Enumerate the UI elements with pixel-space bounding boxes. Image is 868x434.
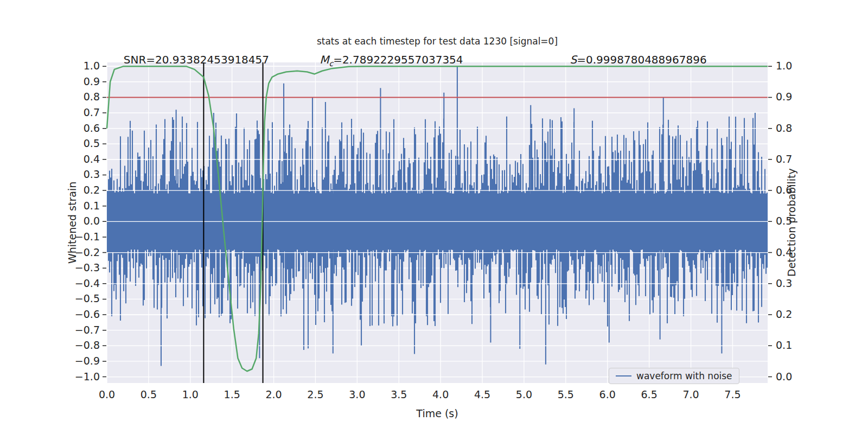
- x-tick-label: 4.5: [465, 388, 500, 400]
- x-tick-label: 6.0: [590, 388, 625, 400]
- yleft-tick-label: 0.9: [0, 75, 100, 87]
- yright-tick-label: 0.8: [776, 122, 792, 134]
- x-tick-label: 5.5: [548, 388, 583, 400]
- figure: stats at each timestep for test data 123…: [0, 0, 868, 434]
- yright-tick-label: 0.2: [776, 308, 792, 320]
- chart-title: stats at each timestep for test data 123…: [107, 36, 768, 47]
- yleft-tick-label: 0.6: [0, 122, 100, 134]
- yleft-tick-label: −1.0: [0, 371, 100, 382]
- yleft-tick-label: 0.2: [0, 184, 100, 196]
- x-tick-label: 4.0: [423, 388, 458, 400]
- yleft-tick-label: 0.0: [0, 215, 100, 227]
- yleft-tick-label: −0.1: [0, 231, 100, 242]
- yleft-tick-label: −0.4: [0, 277, 100, 289]
- snr-annotation: SNR=20.93382453918457: [124, 53, 269, 66]
- x-tick-label: 3.5: [381, 388, 416, 400]
- chirp-mass-annotation: Mc=2.7892229557037354: [320, 53, 463, 68]
- yleft-tick-label: −0.8: [0, 339, 100, 351]
- s-stat-symbol: S: [570, 53, 577, 66]
- yleft-tick-label: 0.1: [0, 200, 100, 212]
- yright-tick-label: 0.6: [776, 184, 792, 196]
- yleft-tick-label: 0.7: [0, 106, 100, 118]
- x-tick-label: 3.0: [340, 388, 374, 400]
- x-tick-label: 6.5: [632, 388, 667, 400]
- chirp-mass-subscript: c: [329, 59, 333, 68]
- x-tick-label: 2.5: [298, 388, 333, 400]
- yright-tick-label: 0.4: [776, 246, 792, 258]
- x-tick-label: 1.0: [173, 388, 208, 400]
- x-tick-label: 7.5: [715, 388, 750, 400]
- yleft-tick-label: 0.5: [0, 137, 100, 149]
- yright-tick-label: 1.0: [776, 60, 792, 72]
- x-tick-label: 7.0: [674, 388, 709, 400]
- chirp-mass-value: =2.7892229557037354: [333, 53, 463, 66]
- yleft-tick-label: −0.2: [0, 246, 100, 258]
- chirp-mass-symbol: M: [320, 53, 329, 66]
- s-stat-value: =0.9998780488967896: [577, 53, 706, 66]
- x-tick-label: 2.0: [257, 388, 291, 400]
- x-tick-label: 1.5: [215, 388, 250, 400]
- legend-waveform-swatch: [616, 375, 631, 376]
- yleft-tick-label: 0.8: [0, 91, 100, 103]
- yright-tick-label: 0.3: [776, 277, 792, 289]
- yleft-tick-label: −0.9: [0, 355, 100, 367]
- yright-tick-label: 0.7: [776, 153, 792, 165]
- yright-tick-label: 0.1: [776, 339, 792, 351]
- yleft-tick-label: 0.4: [0, 153, 100, 165]
- legend: waveform with noise: [609, 368, 739, 384]
- yright-tick-label: 0.9: [776, 91, 792, 103]
- yleft-tick-label: 1.0: [0, 60, 100, 72]
- yright-tick-label: 0.5: [776, 215, 792, 227]
- yleft-tick-label: −0.7: [0, 324, 100, 336]
- legend-waveform-label: waveform with noise: [636, 371, 732, 381]
- snr-text: SNR=20.93382453918457: [124, 53, 269, 66]
- x-tick-label: 0.0: [90, 388, 124, 400]
- s-stat-annotation: S=0.9998780488967896: [570, 53, 707, 66]
- x-axis-label: Time (s): [107, 407, 768, 419]
- x-tick-label: 0.5: [131, 388, 166, 400]
- yleft-tick-label: −0.6: [0, 308, 100, 320]
- yright-tick-label: 0.0: [776, 371, 792, 382]
- x-tick-label: 5.0: [507, 388, 541, 400]
- yleft-tick-label: 0.3: [0, 168, 100, 180]
- yleft-tick-label: −0.5: [0, 292, 100, 304]
- yleft-tick-label: −0.3: [0, 261, 100, 273]
